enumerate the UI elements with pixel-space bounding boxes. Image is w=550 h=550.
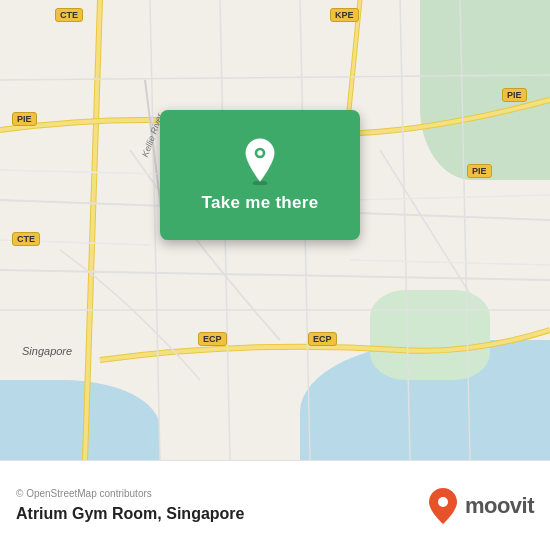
- bottom-bar: © OpenStreetMap contributors Atrium Gym …: [0, 460, 550, 550]
- svg-point-19: [257, 150, 262, 155]
- copyright-text: © OpenStreetMap contributors: [16, 488, 244, 499]
- svg-line-11: [0, 75, 550, 80]
- svg-line-9: [400, 0, 410, 460]
- map-container: CTE PIE CTE PIE PIE ECP ECP KPE Singapor…: [0, 0, 550, 460]
- svg-point-20: [438, 497, 448, 507]
- svg-line-1: [85, 0, 100, 460]
- highway-badge-ecp2: ECP: [308, 332, 337, 346]
- cta-label: Take me there: [202, 193, 319, 213]
- location-pin-icon: [236, 137, 284, 185]
- highway-badge-kpe: KPE: [330, 8, 359, 22]
- moovit-text: moovit: [465, 493, 534, 519]
- svg-line-14: [350, 195, 550, 200]
- moovit-pin-icon: [427, 487, 459, 525]
- highway-badge-cte-top: CTE: [55, 8, 83, 22]
- highway-badge-ecp1: ECP: [198, 332, 227, 346]
- highway-badge-pie-right2: PIE: [467, 164, 492, 178]
- highway-badge-cte-left: CTE: [12, 232, 40, 246]
- highway-badge-pie-right: PIE: [502, 88, 527, 102]
- highway-badge-pie-left: PIE: [12, 112, 37, 126]
- take-me-there-card[interactable]: Take me there: [160, 110, 360, 240]
- location-info: © OpenStreetMap contributors Atrium Gym …: [16, 488, 244, 523]
- venue-name: Atrium Gym Room, Singapore: [16, 505, 244, 523]
- svg-line-6: [150, 0, 160, 460]
- singapore-label: Singapore: [22, 345, 72, 357]
- svg-line-5: [0, 270, 550, 280]
- moovit-logo: moovit: [427, 487, 534, 525]
- svg-line-10: [460, 0, 470, 460]
